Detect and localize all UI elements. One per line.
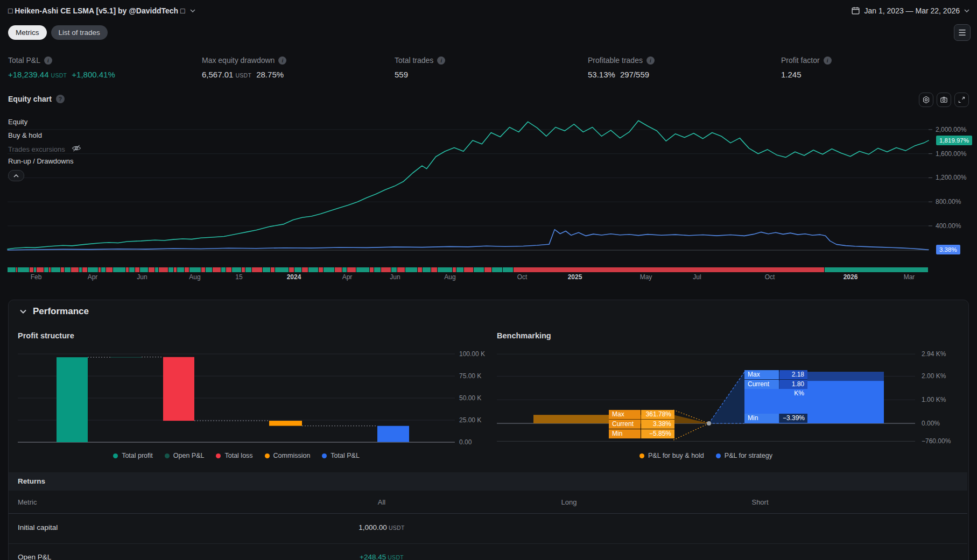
- metric-total-trades: Total tradesi559: [395, 56, 445, 79]
- legend-chip-open-p-l[interactable]: Open P&L: [165, 452, 205, 459]
- x-axis-label: Jun: [379, 273, 411, 281]
- x-axis-label: Jul: [681, 273, 713, 281]
- profit-structure-legend: Total profitOpen P&LTotal lossCommission…: [18, 452, 455, 459]
- chart-snapshot-button[interactable]: [937, 93, 951, 107]
- stat-value: 1.80 K%: [779, 380, 807, 389]
- date-range-picker[interactable]: Jan 1, 2023 — Mar 22, 2026: [851, 6, 969, 15]
- returns-section-header: Returns: [9, 472, 967, 491]
- profit-y-tick: 100.00 K: [459, 350, 485, 358]
- legend-chip-commission[interactable]: Commission: [265, 452, 311, 459]
- stat-value: 361.78%: [641, 410, 674, 419]
- camera-icon: [940, 96, 948, 104]
- metric-total-p-l: Total P&Li+18,239.44USDT+1,800.41%: [8, 56, 115, 79]
- chevron-down-icon: [20, 309, 26, 314]
- chart-settings-button[interactable]: [919, 93, 933, 107]
- panel-layout-button[interactable]: [954, 24, 971, 41]
- eye-off-icon[interactable]: [72, 144, 81, 154]
- performance-header[interactable]: Performance: [20, 306, 89, 317]
- legend-item-trades-excursions[interactable]: Trades excursions: [8, 144, 81, 154]
- benchmark-y-tick: 0.00%: [922, 420, 940, 427]
- strategy-tester-panel: □ Heiken-Ashi CE LSMA [v5.1] by @DaviddT…: [0, 0, 977, 560]
- info-icon[interactable]: i: [824, 56, 832, 65]
- x-axis-label: Apr: [76, 273, 109, 281]
- profit-structure-title: Profit structure: [18, 331, 74, 340]
- legend-dot: [113, 453, 118, 458]
- metric-label: Total P&Li: [8, 56, 115, 65]
- info-icon[interactable]: i: [278, 56, 286, 65]
- stat-label: Current: [609, 420, 641, 429]
- benchmark-y-tick: 1.00 K%: [922, 396, 946, 403]
- metric-label: Total tradesi: [395, 56, 445, 65]
- legend-item-run-up-drawdowns[interactable]: Run-up / Drawdowns: [8, 157, 73, 165]
- help-icon[interactable]: ?: [56, 95, 65, 103]
- returns-col-metric: Metric: [18, 498, 37, 506]
- legend-chip-p-l-for-buy-hold[interactable]: P&L for buy & hold: [639, 452, 704, 459]
- legend-chip-total-loss[interactable]: Total loss: [216, 452, 252, 459]
- x-axis-label: Oct: [506, 273, 538, 281]
- date-range-label: Jan 1, 2023 — Mar 22, 2026: [864, 6, 960, 15]
- legend-dot: [322, 453, 327, 458]
- legend-dot: [716, 453, 721, 458]
- legend-item-equity[interactable]: Equity: [8, 118, 27, 126]
- stat-value: −5.85%: [641, 429, 674, 438]
- stat-label: Max: [744, 370, 779, 379]
- x-axis-label: 15: [223, 273, 255, 281]
- equity-y-tick: 800.00%: [936, 198, 961, 205]
- info-icon[interactable]: i: [646, 56, 655, 65]
- x-axis-label: 2026: [834, 273, 867, 281]
- benchmark-y-tick: −760.00%: [922, 437, 951, 445]
- x-axis-label: May: [630, 273, 662, 281]
- returns-row-all-value: +248.45USDT: [360, 553, 404, 560]
- equity-y-tick: 1,200.00%: [936, 174, 966, 181]
- legend-dot: [165, 453, 170, 458]
- metric-value: 559: [395, 70, 445, 79]
- metric-max-equity-drawdown: Max equity drawdowni6,567.01USDT28.75%: [202, 56, 286, 79]
- strategy-max-current-box: Max2.18 K%Current1.80 K%: [744, 370, 807, 389]
- legend-item-buy-hold[interactable]: Buy & hold: [8, 131, 42, 139]
- x-axis-label: 2025: [559, 273, 591, 281]
- gear-icon: [922, 96, 930, 104]
- trade-strip: [8, 267, 929, 272]
- equity-y-tick: 1,600.00%: [936, 150, 966, 158]
- profit-y-tick: 25.00 K: [459, 416, 481, 424]
- legend-chip-p-l-for-strategy[interactable]: P&L for strategy: [716, 452, 772, 459]
- metric-label: Profit factori: [781, 56, 832, 65]
- x-axis-label: Apr: [331, 273, 363, 281]
- equity-y-tick: 2,000.00%: [936, 126, 966, 133]
- metric-value: 6,567.01USDT28.75%: [202, 70, 286, 79]
- collapse-legend-button[interactable]: [8, 170, 24, 181]
- stat-label: Min: [609, 429, 641, 438]
- x-axis-label: Aug: [434, 273, 466, 281]
- strategy-title: □ Heiken-Ashi CE LSMA [v5.1] by @DaviddT…: [8, 6, 185, 15]
- fullscreen-button[interactable]: [954, 93, 969, 107]
- benchmarking-title: Benchmarking: [497, 331, 551, 340]
- calendar-icon: [851, 6, 860, 15]
- returns-col-long: Long: [561, 498, 577, 506]
- stat-label: Current: [744, 380, 779, 389]
- legend-chip-total-p-l[interactable]: Total P&L: [322, 452, 360, 459]
- stat-value: −3.39%: [779, 414, 807, 423]
- benchmark-y-tick: 2.00 K%: [922, 372, 946, 380]
- rows-icon: [958, 29, 966, 36]
- x-axis-label: Aug: [179, 273, 211, 281]
- performance-title: Performance: [33, 306, 89, 317]
- table-divider: [9, 543, 967, 544]
- profit-y-tick: 0.00: [459, 438, 472, 446]
- tab-metrics[interactable]: Metrics: [8, 25, 47, 40]
- metric-label: Profitable tradesi: [588, 56, 655, 65]
- x-axis-label: Jun: [126, 273, 158, 281]
- strategy-selector[interactable]: □ Heiken-Ashi CE LSMA [v5.1] by @DaviddT…: [8, 6, 195, 15]
- stat-value: 2.18 K%: [779, 370, 807, 379]
- returns-col-short: Short: [751, 498, 768, 506]
- table-divider: [9, 513, 967, 514]
- stat-value: 3.38%: [641, 420, 674, 429]
- legend-chip-total-profit[interactable]: Total profit: [113, 452, 153, 459]
- metric-value: 1.245: [781, 70, 832, 79]
- stat-label: Min: [744, 414, 779, 423]
- tab-list-of-trades[interactable]: List of trades: [51, 25, 108, 40]
- info-icon[interactable]: i: [44, 56, 52, 65]
- view-tabs: MetricsList of trades: [8, 25, 108, 40]
- info-icon[interactable]: i: [437, 56, 445, 65]
- equity-chart-toolbar: [919, 93, 969, 107]
- returns-row-metric: Initial capital: [18, 523, 58, 531]
